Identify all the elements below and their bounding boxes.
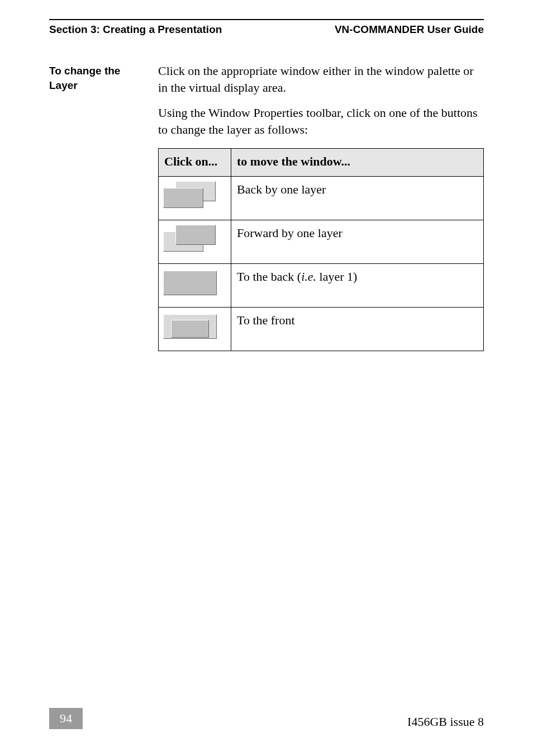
row-desc-ie: i.e. (301, 270, 316, 284)
row-desc: To the front (231, 307, 484, 351)
row-desc: To the back (i.e. layer 1) (231, 263, 484, 307)
row-desc: Forward by one layer (231, 220, 484, 263)
side-heading: To change the Layer (49, 63, 158, 351)
table-row: To the back (i.e. layer 1) (159, 263, 484, 307)
icon-cell (159, 176, 231, 220)
header-rule (49, 19, 484, 20)
main-column: Click on the appropriate window either i… (158, 63, 484, 351)
forward-one-layer-icon (163, 225, 219, 254)
table-row: Back by one layer (159, 176, 484, 220)
row-desc: Back by one layer (231, 176, 484, 220)
bring-to-front-icon (163, 312, 219, 341)
footer: 94 I456GB issue 8 (49, 708, 484, 729)
doc-id: I456GB issue 8 (407, 715, 484, 729)
paragraph-1: Click on the appropriate window either i… (158, 63, 484, 97)
paragraph-2: Using the Window Properties toolbar, cli… (158, 105, 484, 139)
table-header-clickon: Click on... (159, 149, 231, 176)
send-to-back-icon (163, 268, 219, 297)
body: To change the Layer Click on the appropr… (49, 63, 484, 351)
guide-title: VN-COMMANDER User Guide (335, 23, 484, 36)
table-row: Forward by one layer (159, 220, 484, 263)
section-title: Section 3: Creating a Presentation (49, 23, 222, 36)
page-number: 94 (49, 708, 83, 729)
page: Section 3: Creating a Presentation VN-CO… (0, 0, 533, 756)
layer-buttons-table: Click on... to move the window... B (158, 148, 484, 351)
icon-cell (159, 220, 231, 263)
icon-cell (159, 263, 231, 307)
running-header: Section 3: Creating a Presentation VN-CO… (49, 23, 484, 36)
row-desc-pre: To the back ( (237, 270, 301, 284)
table-row: To the front (159, 307, 484, 351)
row-desc-post: layer 1) (316, 270, 357, 284)
back-one-layer-icon (163, 181, 219, 210)
icon-cell (159, 307, 231, 351)
table-header-move: to move the window... (231, 149, 484, 176)
